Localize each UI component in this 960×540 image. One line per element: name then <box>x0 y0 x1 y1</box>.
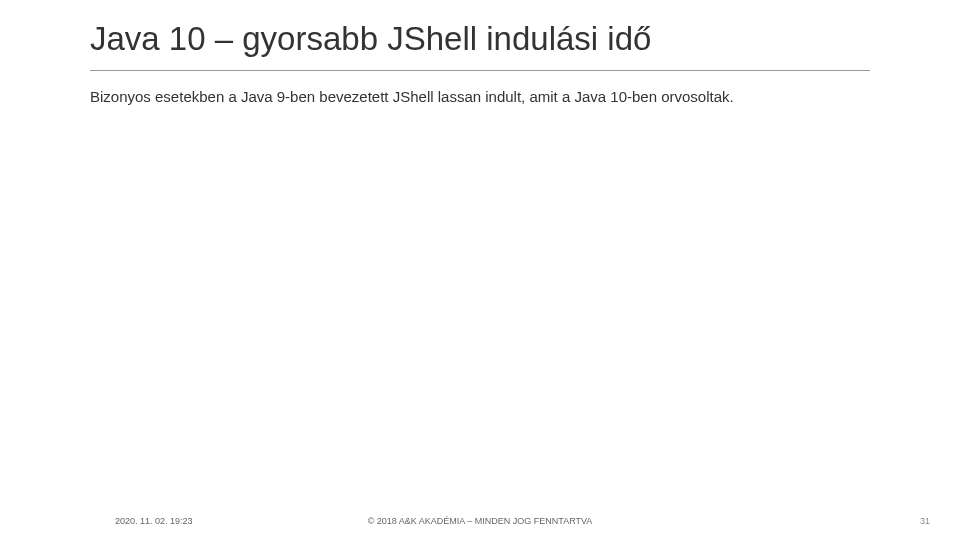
slide-footer: 2020. 11. 02. 19:23 © 2018 A&K AKADÉMIA … <box>0 516 960 526</box>
slide-title: Java 10 – gyorsabb JShell indulási idő <box>90 20 870 58</box>
footer-page-number: 31 <box>920 516 930 526</box>
slide-container: Java 10 – gyorsabb JShell indulási idő B… <box>0 0 960 540</box>
footer-copyright: © 2018 A&K AKADÉMIA – MINDEN JOG FENNTAR… <box>368 516 593 526</box>
slide-body-text: Bizonyos esetekben a Java 9-ben bevezete… <box>90 86 870 107</box>
footer-timestamp: 2020. 11. 02. 19:23 <box>115 516 193 526</box>
title-divider <box>90 70 870 71</box>
